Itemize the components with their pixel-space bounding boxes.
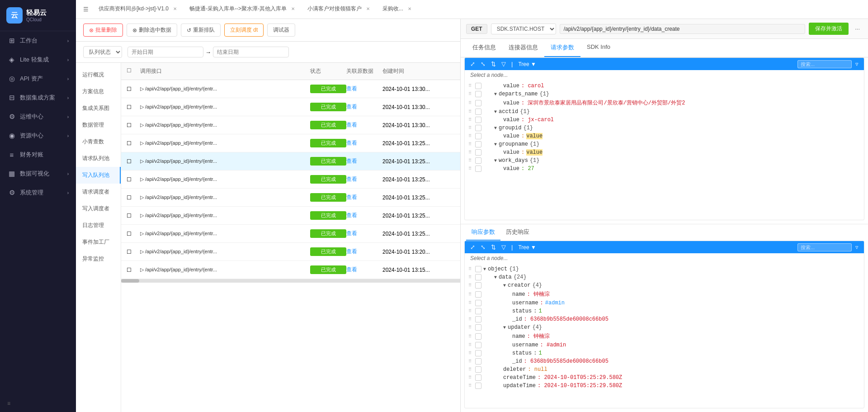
sidebar-item-ops[interactable]: ⚙ 运维中心 › bbox=[0, 107, 76, 126]
sort-icon[interactable]: ⇅ bbox=[489, 60, 498, 68]
tab-supplier-sync[interactable]: 供应商资料同步[kd->jst]-V1.0 ✕ bbox=[92, 0, 183, 18]
tab-history-response[interactable]: 历史响应 bbox=[500, 224, 535, 241]
tree-checkbox[interactable] bbox=[475, 91, 481, 97]
horizontal-scrollbar[interactable] bbox=[121, 279, 460, 283]
tab-sdk-info[interactable]: SDK Info bbox=[580, 39, 617, 57]
tree-checkbox[interactable] bbox=[475, 157, 481, 164]
sidebar-item-dataviz[interactable]: ▦ 数据可视化 › bbox=[0, 164, 76, 183]
row-checkbox[interactable]: ☐ bbox=[127, 249, 140, 255]
row-checkbox[interactable]: ☐ bbox=[127, 194, 140, 201]
tree-checkbox[interactable] bbox=[475, 141, 481, 147]
tree-checkbox[interactable] bbox=[475, 117, 481, 123]
re-queue-button[interactable]: ↺ 重新排队 bbox=[181, 24, 221, 37]
tab-close-icon[interactable]: ✕ bbox=[366, 6, 370, 11]
row-checkbox[interactable]: ☐ bbox=[127, 86, 140, 92]
row-view-link[interactable]: 查看 bbox=[346, 230, 382, 237]
row-view-link[interactable]: 查看 bbox=[346, 248, 382, 256]
row-checkbox[interactable]: ☐ bbox=[127, 231, 140, 237]
sidebar-item-integration-map[interactable]: 集成关系图 bbox=[76, 100, 121, 117]
row-view-link[interactable]: 查看 bbox=[346, 121, 382, 129]
tree-expand-icon[interactable]: ▼ bbox=[494, 275, 497, 280]
collapse-icon[interactable]: ⤡ bbox=[479, 243, 487, 251]
sidebar-footer[interactable]: ≡ bbox=[0, 395, 76, 412]
more-options-icon[interactable]: ··· bbox=[852, 24, 863, 34]
tabs-menu-icon[interactable]: ☰ bbox=[80, 6, 92, 13]
row-view-link[interactable]: 查看 bbox=[346, 175, 382, 183]
sort-icon[interactable]: ⇅ bbox=[489, 243, 498, 251]
tree-checkbox[interactable] bbox=[475, 83, 481, 89]
row-view-link[interactable]: 查看 bbox=[346, 194, 382, 201]
tree-checkbox[interactable] bbox=[475, 383, 481, 389]
tree-checkbox[interactable] bbox=[475, 350, 481, 356]
search-options-icon[interactable]: ▿ bbox=[854, 243, 860, 251]
end-date-input[interactable] bbox=[213, 47, 289, 57]
response-tree-node-selector[interactable]: Select a node... bbox=[465, 253, 864, 263]
sidebar-item-request-scheduler[interactable]: 请求调度者 bbox=[76, 184, 121, 200]
tab-task-info[interactable]: 任务信息 bbox=[466, 39, 502, 57]
row-checkbox[interactable]: ☐ bbox=[127, 140, 140, 147]
sidebar-item-sysadmin[interactable]: ⚙ 系统管理 › bbox=[0, 183, 76, 202]
tree-checkbox[interactable] bbox=[475, 366, 481, 373]
filter-icon[interactable]: ▽ bbox=[500, 60, 508, 68]
tab-close-icon[interactable]: ✕ bbox=[291, 6, 295, 11]
tree-checkbox[interactable] bbox=[475, 274, 481, 280]
filter-icon[interactable]: ▽ bbox=[500, 243, 508, 251]
tab-response-params[interactable]: 响应参数 bbox=[466, 224, 500, 241]
expand-icon[interactable]: ⤢ bbox=[468, 243, 477, 251]
tab-close-icon[interactable]: ✕ bbox=[173, 6, 177, 11]
tree-checkbox[interactable] bbox=[475, 358, 481, 365]
tree-expand-icon[interactable]: ▼ bbox=[494, 126, 497, 131]
sidebar-item-anomaly-monitor[interactable]: 异常监控 bbox=[76, 251, 121, 267]
sidebar-item-workbench[interactable]: ⊞ 工作台 › bbox=[0, 31, 76, 50]
tree-checkbox[interactable] bbox=[475, 149, 481, 156]
row-checkbox[interactable]: ☐ bbox=[127, 213, 140, 219]
tab-changjie[interactable]: 畅捷通-采购入库单-->聚水潭-其他入库单 ✕ bbox=[183, 0, 301, 18]
save-activate-button[interactable]: 保存并激活 bbox=[809, 23, 849, 35]
table-row-active[interactable]: ☐ ▷ /api/v2/app/{app_id}/entry/{entr... … bbox=[121, 152, 460, 170]
tab-close-icon[interactable]: ✕ bbox=[408, 6, 411, 11]
sidebar-item-event-factory[interactable]: 事件加工厂 bbox=[76, 234, 121, 251]
sidebar-item-data-integration[interactable]: ⊟ 数据集成方案 › bbox=[0, 88, 76, 107]
row-checkbox[interactable]: ☐ bbox=[127, 176, 140, 183]
row-view-link[interactable]: 查看 bbox=[346, 85, 382, 93]
sidebar-item-overview[interactable]: 运行概况 bbox=[76, 66, 121, 83]
tree-checkbox[interactable] bbox=[475, 166, 481, 172]
tree-expand-icon[interactable]: ▼ bbox=[494, 158, 497, 163]
sidebar-item-finance[interactable]: ≡ 财务对账 bbox=[0, 145, 76, 164]
sidebar-item-log-management[interactable]: 日志管理 bbox=[76, 217, 121, 234]
tree-expand-icon[interactable]: ▼ bbox=[483, 267, 486, 272]
tree-expand-icon[interactable]: ▼ bbox=[503, 283, 506, 288]
tab-xiaoman[interactable]: 小满客户对接领猫客户 ✕ bbox=[301, 0, 376, 18]
row-checkbox[interactable]: ☐ bbox=[127, 104, 140, 110]
tree-expand-icon[interactable]: ▼ bbox=[494, 142, 497, 147]
row-view-link[interactable]: 查看 bbox=[346, 139, 382, 147]
start-date-input[interactable] bbox=[127, 47, 203, 57]
tree-expand-icon[interactable]: ▼ bbox=[494, 109, 497, 114]
batch-delete-button[interactable]: ⊗ 批量删除 bbox=[83, 24, 123, 37]
sidebar-item-api[interactable]: ◎ API 资产 › bbox=[0, 69, 76, 88]
tree-checkbox[interactable] bbox=[475, 282, 481, 289]
sidebar-item-lite[interactable]: ◈ Lite 轻集成 › bbox=[0, 50, 76, 69]
row-view-link[interactable]: 查看 bbox=[346, 212, 382, 219]
expand-icon[interactable]: ⤢ bbox=[468, 60, 477, 68]
debug-button[interactable]: 调试器 bbox=[267, 24, 295, 37]
tree-checkbox[interactable] bbox=[475, 324, 481, 331]
sidebar-item-resources[interactable]: ◉ 资源中心 › bbox=[0, 126, 76, 145]
host-select[interactable]: SDK.STATIC.HOST bbox=[491, 24, 556, 34]
row-view-link[interactable]: 查看 bbox=[346, 157, 382, 165]
row-checkbox[interactable]: ☐ bbox=[127, 122, 140, 128]
collapse-icon[interactable]: ⤡ bbox=[479, 60, 487, 68]
tree-search-input[interactable] bbox=[797, 60, 852, 68]
tree-checkbox[interactable] bbox=[475, 133, 481, 139]
queue-status-select[interactable]: 队列状态 bbox=[83, 46, 122, 58]
delete-selected-button[interactable]: ⊗ 删除选中数据 bbox=[127, 24, 177, 37]
row-checkbox[interactable]: ☐ bbox=[127, 267, 140, 273]
tree-checkbox[interactable] bbox=[475, 342, 481, 348]
tree-checkbox[interactable] bbox=[475, 374, 481, 381]
sidebar-item-data-management[interactable]: 数据管理 bbox=[76, 117, 121, 133]
tree-checkbox[interactable] bbox=[475, 308, 481, 314]
sidebar-item-request-queue[interactable]: 请求队列池 bbox=[76, 150, 121, 167]
instant-schedule-button[interactable]: 立刻调度 dt bbox=[224, 24, 264, 37]
sidebar-item-xiaoqing[interactable]: 小青查数 bbox=[76, 133, 121, 150]
tab-purchase[interactable]: 采购收... ✕ bbox=[376, 0, 418, 18]
